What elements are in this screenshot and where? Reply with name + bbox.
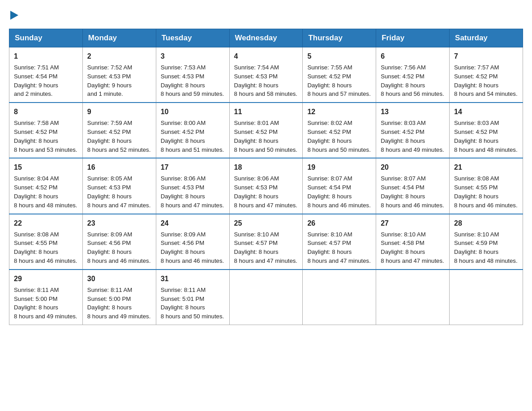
calendar-cell: 20Sunrise: 8:07 AMSunset: 4:54 PMDayligh… xyxy=(376,158,450,214)
day-info: Sunrise: 8:03 AMSunset: 4:52 PMDaylight:… xyxy=(454,119,518,154)
calendar-cell: 21Sunrise: 8:08 AMSunset: 4:55 PMDayligh… xyxy=(450,158,523,214)
day-info: Sunrise: 8:10 AMSunset: 4:58 PMDaylight:… xyxy=(381,230,445,265)
day-info: Sunrise: 7:59 AMSunset: 4:52 PMDaylight:… xyxy=(87,119,151,154)
header-row: SundayMondayTuesdayWednesdayThursdayFrid… xyxy=(9,29,523,47)
calendar-cell: 6Sunrise: 7:56 AMSunset: 4:52 PMDaylight… xyxy=(376,47,450,103)
day-info: Sunrise: 8:11 AMSunset: 5:00 PMDaylight:… xyxy=(14,286,78,321)
header-day-monday: Monday xyxy=(82,29,156,47)
day-info: Sunrise: 7:56 AMSunset: 4:52 PMDaylight:… xyxy=(381,63,445,98)
calendar-cell xyxy=(376,270,450,325)
day-info: Sunrise: 7:54 AMSunset: 4:53 PMDaylight:… xyxy=(234,63,298,98)
day-number: 7 xyxy=(454,51,518,62)
day-info: Sunrise: 8:10 AMSunset: 4:57 PMDaylight:… xyxy=(307,230,371,265)
day-number: 22 xyxy=(14,218,78,229)
header-day-thursday: Thursday xyxy=(303,29,376,47)
calendar-cell: 23Sunrise: 8:09 AMSunset: 4:56 PMDayligh… xyxy=(82,214,156,270)
day-info: Sunrise: 8:08 AMSunset: 4:55 PMDaylight:… xyxy=(454,174,518,210)
day-number: 24 xyxy=(161,218,225,229)
week-row-5: 29Sunrise: 8:11 AMSunset: 5:00 PMDayligh… xyxy=(9,270,523,325)
header-day-wednesday: Wednesday xyxy=(229,29,303,47)
day-info: Sunrise: 8:10 AMSunset: 4:59 PMDaylight:… xyxy=(454,230,518,265)
day-number: 13 xyxy=(381,107,445,117)
day-info: Sunrise: 7:57 AMSunset: 4:52 PMDaylight:… xyxy=(454,63,518,98)
day-number: 12 xyxy=(307,107,371,117)
day-number: 3 xyxy=(161,51,225,62)
day-info: Sunrise: 7:52 AMSunset: 4:53 PMDaylight:… xyxy=(87,63,151,98)
logo xyxy=(9,9,19,21)
calendar-cell: 10Sunrise: 8:00 AMSunset: 4:52 PMDayligh… xyxy=(156,103,229,158)
day-info: Sunrise: 8:02 AMSunset: 4:52 PMDaylight:… xyxy=(307,119,371,154)
day-number: 23 xyxy=(87,218,151,229)
day-info: Sunrise: 7:55 AMSunset: 4:52 PMDaylight:… xyxy=(307,63,371,98)
day-info: Sunrise: 8:01 AMSunset: 4:52 PMDaylight:… xyxy=(234,119,298,154)
calendar-cell: 1Sunrise: 7:51 AMSunset: 4:54 PMDaylight… xyxy=(9,47,83,103)
day-number: 9 xyxy=(87,107,151,117)
header-day-tuesday: Tuesday xyxy=(156,29,229,47)
day-number: 20 xyxy=(381,162,445,173)
calendar-cell: 18Sunrise: 8:06 AMSunset: 4:53 PMDayligh… xyxy=(229,158,303,214)
day-number: 1 xyxy=(14,51,78,62)
day-number: 6 xyxy=(381,51,445,62)
calendar-cell: 14Sunrise: 8:03 AMSunset: 4:52 PMDayligh… xyxy=(450,103,523,158)
day-info: Sunrise: 8:11 AMSunset: 5:00 PMDaylight:… xyxy=(87,286,151,321)
day-info: Sunrise: 8:05 AMSunset: 4:53 PMDaylight:… xyxy=(87,174,151,210)
day-number: 11 xyxy=(234,107,298,117)
day-number: 18 xyxy=(234,162,298,173)
day-info: Sunrise: 8:09 AMSunset: 4:56 PMDaylight:… xyxy=(161,230,225,265)
day-info: Sunrise: 7:58 AMSunset: 4:52 PMDaylight:… xyxy=(14,119,78,154)
week-row-3: 15Sunrise: 8:04 AMSunset: 4:52 PMDayligh… xyxy=(9,158,523,214)
calendar-cell: 31Sunrise: 8:11 AMSunset: 5:01 PMDayligh… xyxy=(156,270,229,325)
day-number: 10 xyxy=(161,107,225,117)
day-info: Sunrise: 8:06 AMSunset: 4:53 PMDaylight:… xyxy=(161,174,225,210)
day-info: Sunrise: 8:11 AMSunset: 5:01 PMDaylight:… xyxy=(161,286,225,321)
week-row-2: 8Sunrise: 7:58 AMSunset: 4:52 PMDaylight… xyxy=(9,103,523,158)
calendar-cell: 5Sunrise: 7:55 AMSunset: 4:52 PMDaylight… xyxy=(303,47,376,103)
calendar-cell: 22Sunrise: 8:08 AMSunset: 4:55 PMDayligh… xyxy=(9,214,83,270)
day-number: 2 xyxy=(87,51,151,62)
day-number: 31 xyxy=(161,274,225,284)
day-info: Sunrise: 8:08 AMSunset: 4:55 PMDaylight:… xyxy=(14,230,78,265)
day-number: 4 xyxy=(234,51,298,62)
day-number: 15 xyxy=(14,162,78,173)
day-number: 27 xyxy=(381,218,445,229)
day-info: Sunrise: 8:06 AMSunset: 4:53 PMDaylight:… xyxy=(234,174,298,210)
day-number: 16 xyxy=(87,162,151,173)
calendar-cell: 29Sunrise: 8:11 AMSunset: 5:00 PMDayligh… xyxy=(9,270,83,325)
day-number: 14 xyxy=(454,107,518,117)
calendar-cell: 30Sunrise: 8:11 AMSunset: 5:00 PMDayligh… xyxy=(82,270,156,325)
calendar-cell xyxy=(450,270,523,325)
calendar-cell: 24Sunrise: 8:09 AMSunset: 4:56 PMDayligh… xyxy=(156,214,229,270)
day-number: 21 xyxy=(454,162,518,173)
calendar-cell xyxy=(229,270,303,325)
calendar-cell: 25Sunrise: 8:10 AMSunset: 4:57 PMDayligh… xyxy=(229,214,303,270)
calendar-cell: 8Sunrise: 7:58 AMSunset: 4:52 PMDaylight… xyxy=(9,103,83,158)
day-info: Sunrise: 8:04 AMSunset: 4:52 PMDaylight:… xyxy=(14,174,78,210)
calendar-cell: 9Sunrise: 7:59 AMSunset: 4:52 PMDaylight… xyxy=(82,103,156,158)
day-number: 19 xyxy=(307,162,371,173)
day-info: Sunrise: 8:03 AMSunset: 4:52 PMDaylight:… xyxy=(381,119,445,154)
page-header xyxy=(9,9,523,21)
day-number: 17 xyxy=(161,162,225,173)
calendar-cell: 26Sunrise: 8:10 AMSunset: 4:57 PMDayligh… xyxy=(303,214,376,270)
week-row-1: 1Sunrise: 7:51 AMSunset: 4:54 PMDaylight… xyxy=(9,47,523,103)
day-info: Sunrise: 7:51 AMSunset: 4:54 PMDaylight:… xyxy=(14,63,78,98)
calendar-cell: 27Sunrise: 8:10 AMSunset: 4:58 PMDayligh… xyxy=(376,214,450,270)
calendar-cell: 4Sunrise: 7:54 AMSunset: 4:53 PMDaylight… xyxy=(229,47,303,103)
calendar-cell: 7Sunrise: 7:57 AMSunset: 4:52 PMDaylight… xyxy=(450,47,523,103)
calendar-cell: 16Sunrise: 8:05 AMSunset: 4:53 PMDayligh… xyxy=(82,158,156,214)
header-day-sunday: Sunday xyxy=(9,29,83,47)
day-number: 26 xyxy=(307,218,371,229)
day-number: 25 xyxy=(234,218,298,229)
day-info: Sunrise: 8:00 AMSunset: 4:52 PMDaylight:… xyxy=(161,119,225,154)
day-info: Sunrise: 8:10 AMSunset: 4:57 PMDaylight:… xyxy=(234,230,298,265)
day-number: 5 xyxy=(307,51,371,62)
calendar-cell: 19Sunrise: 8:07 AMSunset: 4:54 PMDayligh… xyxy=(303,158,376,214)
day-number: 29 xyxy=(14,274,78,284)
calendar-cell: 3Sunrise: 7:53 AMSunset: 4:53 PMDaylight… xyxy=(156,47,229,103)
day-info: Sunrise: 8:09 AMSunset: 4:56 PMDaylight:… xyxy=(87,230,151,265)
calendar-cell: 2Sunrise: 7:52 AMSunset: 4:53 PMDaylight… xyxy=(82,47,156,103)
logo-arrow-icon xyxy=(10,9,19,21)
calendar-cell: 12Sunrise: 8:02 AMSunset: 4:52 PMDayligh… xyxy=(303,103,376,158)
calendar-cell: 11Sunrise: 8:01 AMSunset: 4:52 PMDayligh… xyxy=(229,103,303,158)
day-info: Sunrise: 8:07 AMSunset: 4:54 PMDaylight:… xyxy=(307,174,371,210)
